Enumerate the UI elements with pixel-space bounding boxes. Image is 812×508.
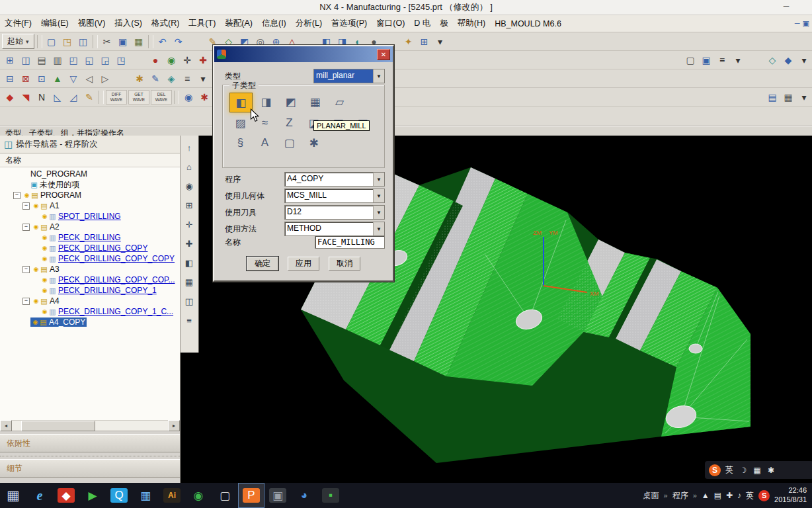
expand-toggle-icon[interactable]: [22, 266, 30, 273]
mill-user-icon[interactable]: ✱: [303, 134, 325, 152]
dialog-title-bar[interactable]: [214, 46, 393, 62]
menu-item[interactable]: 帮助(H): [453, 17, 490, 30]
mdi-restore-icon[interactable]: [803, 19, 809, 28]
scroll-right-button[interactable]: [168, 420, 180, 431]
dropdown-icon[interactable]: ▾: [731, 53, 745, 67]
list-icon[interactable]: ▤: [34, 53, 49, 67]
toolbar-icon[interactable]: [37, 35, 42, 48]
plus-icon[interactable]: ✚: [196, 53, 210, 67]
n-tool-icon[interactable]: N: [34, 90, 49, 105]
dropdown-arrow-icon[interactable]: [373, 189, 384, 202]
tri-right-icon[interactable]: ▷: [98, 71, 112, 86]
mill-control-icon[interactable]: ▢: [278, 134, 300, 152]
tree-row[interactable]: PECK_DRILLING_COPY_COP...: [0, 275, 180, 285]
field-combo[interactable]: D12: [284, 205, 385, 220]
minus-box-icon[interactable]: ⊟: [3, 71, 17, 86]
tree-row[interactable]: PROGRAM: [0, 190, 180, 200]
scrollbar-thumb[interactable]: [21, 421, 95, 431]
cancel-button[interactable]: 取消: [329, 257, 360, 271]
media-player-icon[interactable]: ▶: [79, 483, 106, 508]
orbit-icon[interactable]: ◉: [183, 179, 196, 192]
planar-profile-icon[interactable]: ▱: [329, 93, 350, 111]
panel-icon[interactable]: ▤: [765, 90, 780, 105]
tri-ll-icon[interactable]: ◺: [50, 90, 65, 105]
red-corner-icon[interactable]: ◥: [19, 90, 33, 105]
menu-item[interactable]: 信息(I): [257, 17, 291, 30]
target-icon[interactable]: ◉: [164, 53, 179, 67]
toolbar-icon[interactable]: [114, 71, 131, 86]
fill-icon[interactable]: ▣: [699, 53, 713, 67]
undo-icon[interactable]: ↶: [155, 34, 170, 49]
home-view-icon[interactable]: ⌂: [183, 160, 196, 173]
toolbar-icon[interactable]: [747, 53, 764, 67]
menu-item[interactable]: 视图(V): [73, 17, 110, 30]
tree-row[interactable]: A1: [0, 200, 180, 211]
dark-app-icon[interactable]: ▣: [264, 483, 291, 508]
wps-ppt-icon[interactable]: P: [238, 483, 264, 508]
ime-lang-label[interactable]: 英: [724, 464, 735, 476]
red-diamond-icon[interactable]: ◆: [3, 90, 17, 105]
zoom-window-icon[interactable]: ⊞: [183, 198, 196, 212]
expand-toggle-icon[interactable]: [22, 298, 30, 305]
dependencies-bar[interactable]: 依附性: [0, 434, 180, 452]
nx-app-icon[interactable]: ◕: [291, 483, 317, 508]
expand-toggle-icon[interactable]: [13, 192, 20, 199]
stack-icon[interactable]: ≡: [180, 71, 194, 86]
layers-icon[interactable]: ≡: [183, 314, 196, 327]
tree-node-label[interactable]: A4: [50, 296, 60, 306]
ime-keyboard-icon[interactable]: ▦: [752, 464, 762, 476]
diff-wave-button[interactable]: DIFF WAVE: [106, 90, 127, 105]
box-icon[interactable]: ▢: [683, 53, 698, 67]
tree-row[interactable]: 未使用的项: [0, 179, 180, 190]
expand-toggle-icon[interactable]: [22, 202, 30, 210]
tri-down-icon[interactable]: ▽: [66, 71, 81, 86]
pan-up-icon[interactable]: ↑: [183, 141, 196, 154]
tree-node-label[interactable]: PECK_DRILLING: [58, 233, 121, 242]
copy-icon[interactable]: ▣: [116, 34, 130, 49]
clock[interactable]: 22:46 2015/8/31: [774, 486, 807, 505]
toolbar-icon[interactable]: [93, 35, 98, 48]
dropdown-arrow-icon[interactable]: [373, 173, 384, 186]
close-box-icon[interactable]: ⊠: [19, 71, 33, 86]
get-wave-button[interactable]: GET WAVE: [128, 90, 149, 105]
corner-tr-icon[interactable]: ◳: [114, 53, 128, 67]
tree-node-label[interactable]: PECK_DRILLING_COPY_1: [58, 286, 157, 295]
dropdown-arrow-icon[interactable]: [373, 222, 384, 235]
sogou-tray-icon[interactable]: S: [758, 490, 770, 501]
cut-icon[interactable]: ✂: [100, 34, 114, 49]
menu-item[interactable]: 格式(R): [147, 17, 184, 30]
corner-tl-icon[interactable]: ◰: [66, 53, 81, 67]
field-combo[interactable]: MCS_MILL: [284, 189, 385, 203]
dropdown5-icon[interactable]: ▾: [797, 90, 811, 105]
apply-button[interactable]: 应用: [288, 257, 319, 271]
planar-text-icon[interactable]: A: [254, 134, 276, 152]
tree-row[interactable]: SPOT_DRILLING: [0, 211, 180, 222]
half-view-icon[interactable]: ◧: [183, 256, 196, 269]
toolbar-icon[interactable]: [130, 53, 147, 67]
menu-item[interactable]: 工具(T): [184, 17, 220, 30]
sogou-logo[interactable]: S: [709, 464, 721, 476]
toolbar-expand-icon[interactable]: »: [664, 491, 668, 499]
tree-node-label[interactable]: 未使用的项: [40, 179, 79, 190]
tree-node-label[interactable]: PECK_DRILLING_COPY_COPY: [58, 254, 175, 263]
mdi-minimize-icon[interactable]: [795, 19, 800, 28]
menu-item[interactable]: 装配(A): [220, 17, 257, 30]
layer-icon[interactable]: ⊞: [3, 53, 17, 67]
menu-item[interactable]: 编辑(E): [36, 17, 73, 30]
open-file-icon[interactable]: ◳: [60, 34, 75, 49]
toolbar-icon[interactable]: [174, 91, 179, 104]
field-combo[interactable]: METHOD: [284, 222, 385, 236]
redo-icon[interactable]: ↷: [171, 34, 186, 49]
pen-icon[interactable]: ✚: [726, 491, 733, 500]
start-menu-button[interactable]: 起始: [2, 34, 34, 49]
operation-name-input[interactable]: [315, 235, 385, 249]
rough-follow-icon[interactable]: ▨: [229, 114, 251, 132]
save-icon[interactable]: ◫: [76, 34, 91, 49]
tree-row[interactable]: PECK_DRILLING_COPY_1_C...: [0, 306, 180, 317]
grid2-icon[interactable]: ▦: [781, 90, 795, 105]
wireframe-icon[interactable]: ▦: [183, 275, 196, 288]
scroll-left-button[interactable]: [0, 420, 12, 431]
ime-settings-icon[interactable]: ✱: [766, 464, 776, 476]
grid-icon[interactable]: ⊞: [417, 34, 432, 49]
ie-icon[interactable]: e: [26, 483, 53, 508]
